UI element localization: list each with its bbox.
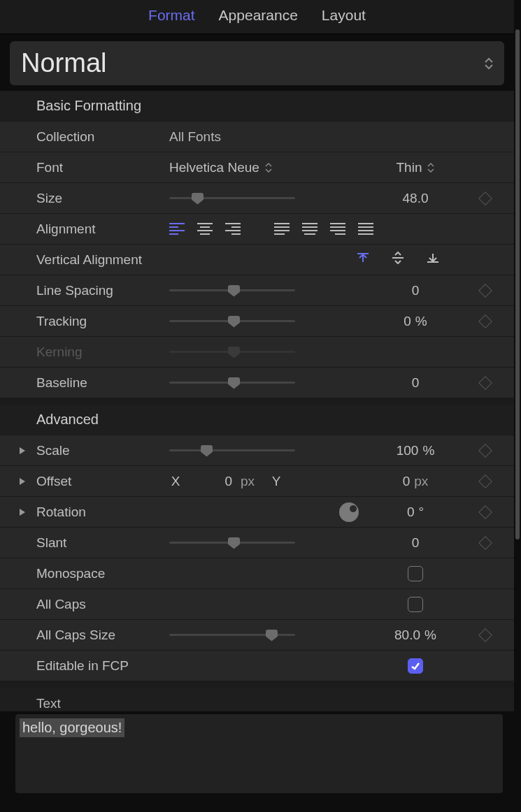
- row-slant: Slant 0: [0, 527, 514, 558]
- row-font: Font Helvetica Neue Thin: [0, 152, 514, 182]
- valign-bottom-icon[interactable]: [426, 252, 440, 268]
- collection-value[interactable]: All Fonts: [169, 129, 221, 145]
- monospace-checkbox[interactable]: [408, 566, 423, 581]
- keyframe-button[interactable]: [478, 444, 492, 458]
- keyframe-button[interactable]: [478, 314, 492, 328]
- row-offset: Offset X 0 px Y 0px: [0, 465, 514, 496]
- line-spacing-value[interactable]: 0: [412, 283, 420, 298]
- valign-label: Vertical Alignment: [36, 252, 169, 268]
- scrollbar-thumb[interactable]: [515, 29, 520, 539]
- section-text: Text: [0, 688, 514, 711]
- collection-label: Collection: [36, 129, 169, 145]
- tab-appearance[interactable]: Appearance: [219, 7, 298, 24]
- tracking-value[interactable]: 0: [404, 314, 411, 329]
- valign-group: [356, 252, 440, 268]
- rotation-label: Rotation: [36, 505, 169, 520]
- updown-icon: [427, 163, 434, 173]
- align-left-icon[interactable]: [169, 223, 185, 235]
- justify-left-icon[interactable]: [274, 223, 290, 235]
- scale-label: Scale: [36, 443, 169, 458]
- baseline-label: Baseline: [36, 375, 169, 391]
- valign-middle-icon[interactable]: [391, 252, 405, 268]
- updown-icon: [265, 163, 272, 173]
- stepper-icon: [485, 57, 493, 70]
- tracking-unit: %: [415, 314, 427, 329]
- editable-fcp-label: Editable in FCP: [36, 658, 197, 674]
- font-family-picker[interactable]: Helvetica Neue: [169, 160, 272, 175]
- scrollbar[interactable]: [514, 29, 521, 791]
- all-caps-size-value[interactable]: 80.0: [394, 628, 420, 643]
- line-spacing-label: Line Spacing: [36, 283, 169, 298]
- font-label: Font: [36, 160, 169, 175]
- row-tracking: Tracking 0%: [0, 305, 514, 336]
- offset-y-unit: px: [414, 474, 428, 489]
- disclosure-triangle[interactable]: [18, 477, 36, 486]
- disclosure-triangle[interactable]: [18, 508, 36, 516]
- alignment-label: Alignment: [36, 222, 169, 237]
- font-weight-value: Thin: [397, 160, 422, 175]
- row-monospace: Monospace: [0, 558, 514, 588]
- baseline-slider[interactable]: [169, 377, 295, 389]
- kerning-label: Kerning: [36, 345, 169, 360]
- size-value[interactable]: 48.0: [403, 191, 429, 206]
- tab-layout[interactable]: Layout: [322, 7, 366, 24]
- line-spacing-slider[interactable]: [169, 285, 295, 296]
- slant-label: Slant: [36, 535, 169, 551]
- text-section-label: Text: [36, 696, 61, 711]
- svg-marker-6: [20, 478, 25, 485]
- offset-x-unit: px: [241, 474, 262, 489]
- rotation-dial[interactable]: [339, 502, 359, 522]
- row-rotation: Rotation 0°: [0, 496, 514, 527]
- disclosure-triangle[interactable]: [18, 447, 36, 455]
- font-family-value: Helvetica Neue: [169, 160, 259, 175]
- text-field[interactable]: hello, gorgeous!: [15, 714, 503, 793]
- row-alignment: Alignment: [0, 213, 514, 244]
- offset-x-value[interactable]: 0: [190, 474, 232, 489]
- scale-slider[interactable]: [169, 445, 295, 456]
- justify-right-icon[interactable]: [330, 223, 345, 235]
- svg-marker-5: [20, 447, 25, 454]
- keyframe-button[interactable]: [478, 284, 492, 298]
- row-line-spacing: Line Spacing 0: [0, 275, 514, 305]
- section-advanced: Advanced: [0, 405, 514, 435]
- size-slider[interactable]: [169, 193, 295, 204]
- baseline-value[interactable]: 0: [412, 375, 420, 391]
- keyframe-button[interactable]: [478, 191, 492, 205]
- keyframe-button[interactable]: [478, 505, 492, 519]
- text-content: hello, gorgeous!: [20, 718, 124, 737]
- align-right-icon[interactable]: [225, 223, 241, 235]
- text-style-picker[interactable]: Normal: [10, 41, 504, 85]
- row-editable-in-fcp: Editable in FCP: [0, 650, 514, 681]
- all-caps-size-slider[interactable]: [169, 630, 295, 641]
- all-caps-label: All Caps: [36, 597, 169, 612]
- slant-value[interactable]: 0: [412, 535, 420, 551]
- row-all-caps-size: All Caps Size 80.0%: [0, 619, 514, 650]
- svg-marker-7: [20, 509, 25, 516]
- all-caps-size-label: All Caps Size: [36, 628, 169, 643]
- justify-full-icon[interactable]: [358, 223, 373, 235]
- tracking-label: Tracking: [36, 314, 169, 329]
- scale-value[interactable]: 100: [397, 443, 419, 458]
- size-label: Size: [36, 191, 169, 206]
- rotation-value[interactable]: 0: [407, 505, 415, 520]
- keyframe-button[interactable]: [478, 536, 492, 550]
- editable-fcp-checkbox[interactable]: [408, 658, 423, 674]
- tab-format[interactable]: Format: [148, 7, 195, 24]
- keyframe-button[interactable]: [478, 628, 492, 642]
- align-center-icon[interactable]: [197, 223, 213, 235]
- monospace-label: Monospace: [36, 566, 169, 581]
- inspector-tabs: Format Appearance Layout: [0, 0, 514, 34]
- keyframe-button[interactable]: [478, 474, 492, 488]
- justify-center-icon[interactable]: [302, 223, 317, 235]
- offset-y-label: Y: [270, 474, 283, 489]
- valign-top-icon[interactable]: [356, 252, 370, 268]
- row-vertical-alignment: Vertical Alignment: [0, 244, 514, 275]
- slant-slider[interactable]: [169, 537, 295, 549]
- offset-y-value[interactable]: 0: [403, 474, 411, 489]
- text-style-name: Normal: [21, 48, 106, 78]
- all-caps-checkbox[interactable]: [408, 597, 423, 612]
- keyframe-button[interactable]: [478, 376, 492, 390]
- font-weight-picker[interactable]: Thin: [397, 160, 435, 175]
- tracking-slider[interactable]: [169, 316, 295, 327]
- all-caps-size-unit: %: [424, 628, 436, 643]
